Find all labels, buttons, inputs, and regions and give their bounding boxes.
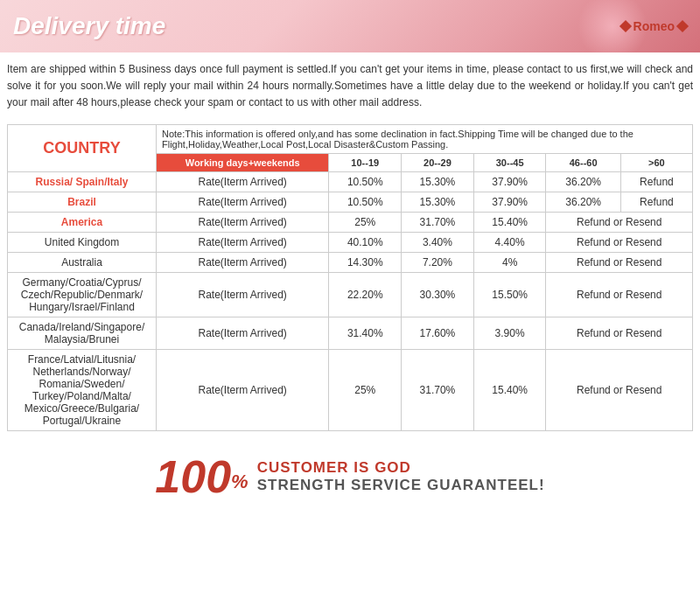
data-cell: 15.40% <box>473 349 546 430</box>
data-cell: 4.40% <box>473 232 546 252</box>
table-row: United Kingdom Rate(Iterm Arrived) 40.10… <box>8 232 693 252</box>
country-name: Russia/ Spain/Italy <box>8 171 157 192</box>
data-cell: 15.40% <box>473 212 546 232</box>
data-cell: Refund <box>620 192 692 212</box>
col4-header: 46--60 <box>546 153 620 171</box>
data-cell: Refund or Resend <box>546 232 693 252</box>
table-row: Canada/Ireland/Singapore/ Malaysia/Brune… <box>8 317 693 349</box>
data-cell: 15.50% <box>473 272 546 317</box>
data-cell: 31.70% <box>402 349 474 430</box>
country-name: France/Latvial/Litusnia/ Netherlands/Nor… <box>8 349 157 430</box>
data-cell: 15.30% <box>402 171 474 192</box>
table-container: COUNTRY Note:This information is offered… <box>0 121 700 438</box>
data-cell: Refund or Resend <box>546 349 693 430</box>
romeo-badge: Romeo <box>621 19 687 33</box>
description-text: Item are shipped within 5 Business days … <box>0 52 700 121</box>
header-title: Delivery time <box>13 12 165 40</box>
data-cell: 31.70% <box>402 212 474 232</box>
rate-cell: Rate(Iterm Arrived) <box>157 349 329 430</box>
working-days-header: Working days+weekends <box>157 153 329 171</box>
col2-header: 20--29 <box>402 153 474 171</box>
header: Delivery time Romeo <box>0 0 700 52</box>
data-cell: 14.30% <box>329 252 402 272</box>
data-cell: 25% <box>329 212 402 232</box>
footer-text: CUSTOMER IS GOD STRENGTH SERVICE GUARANT… <box>257 459 545 494</box>
col3-header: 30--45 <box>473 153 546 171</box>
data-cell: 25% <box>329 349 402 430</box>
data-cell: 36.20% <box>546 171 620 192</box>
footer-percent: % <box>231 471 248 492</box>
country-name: Brazil <box>8 192 157 212</box>
table-row: France/Latvial/Litusnia/ Netherlands/Nor… <box>8 349 693 430</box>
data-cell: 3.40% <box>402 232 474 252</box>
data-cell: 40.10% <box>329 232 402 252</box>
data-cell: 31.40% <box>329 317 402 349</box>
note-cell: Note:This information is offered only,an… <box>157 124 693 153</box>
data-cell: 36.20% <box>546 192 620 212</box>
table-row: Brazil Rate(Iterm Arrived) 10.50% 15.30%… <box>8 192 693 212</box>
rate-cell: Rate(Iterm Arrived) <box>157 192 329 212</box>
col1-header: 10--19 <box>329 153 402 171</box>
data-cell: 37.90% <box>473 192 546 212</box>
footer-line1: CUSTOMER IS GOD <box>257 459 545 477</box>
country-name: Australia <box>8 252 157 272</box>
data-cell: 37.90% <box>473 171 546 192</box>
diamond-left-icon <box>619 20 631 32</box>
romeo-label: Romeo <box>634 19 675 33</box>
country-name: Canada/Ireland/Singapore/ Malaysia/Brune… <box>8 317 157 349</box>
rate-cell: Rate(Iterm Arrived) <box>157 272 329 317</box>
footer-100: 100 <box>155 451 231 502</box>
country-name: Germany/Croatia/Cyprus/ Czech/Republic/D… <box>8 272 157 317</box>
table-row: Russia/ Spain/Italy Rate(Iterm Arrived) … <box>8 171 693 192</box>
rate-cell: Rate(Iterm Arrived) <box>157 212 329 232</box>
data-cell: 22.20% <box>329 272 402 317</box>
footer-line2: STRENGTH SERVICE GUARANTEEL! <box>257 477 545 494</box>
rate-cell: Rate(Iterm Arrived) <box>157 171 329 192</box>
country-name: America <box>8 212 157 232</box>
data-cell: Refund or Resend <box>546 212 693 232</box>
diamond-right-icon <box>676 20 689 32</box>
rate-cell: Rate(Iterm Arrived) <box>157 252 329 272</box>
delivery-table: COUNTRY Note:This information is offered… <box>7 124 693 431</box>
data-cell: 15.30% <box>402 192 474 212</box>
table-row: Germany/Croatia/Cyprus/ Czech/Republic/D… <box>8 272 693 317</box>
rate-cell: Rate(Iterm Arrived) <box>157 317 329 349</box>
country-name: United Kingdom <box>8 232 157 252</box>
data-cell: Refund <box>620 171 692 192</box>
country-header: COUNTRY <box>8 124 157 171</box>
data-cell: 10.50% <box>329 171 402 192</box>
data-cell: Refund or Resend <box>546 272 693 317</box>
footer-number-block: 100% <box>155 454 248 499</box>
data-cell: 7.20% <box>402 252 474 272</box>
col5-header: >60 <box>620 153 692 171</box>
header-row-1: COUNTRY Note:This information is offered… <box>8 124 693 153</box>
data-cell: 10.50% <box>329 192 402 212</box>
data-cell: 30.30% <box>402 272 474 317</box>
data-cell: 17.60% <box>402 317 474 349</box>
data-cell: 4% <box>473 252 546 272</box>
footer: 100% CUSTOMER IS GOD STRENGTH SERVICE GU… <box>0 438 700 508</box>
table-row: America Rate(Iterm Arrived) 25% 31.70% 1… <box>8 212 693 232</box>
data-cell: 3.90% <box>473 317 546 349</box>
table-row: Australia Rate(Iterm Arrived) 14.30% 7.2… <box>8 252 693 272</box>
footer-main: 100% CUSTOMER IS GOD STRENGTH SERVICE GU… <box>7 454 693 499</box>
data-cell: Refund or Resend <box>546 317 693 349</box>
rate-cell: Rate(Iterm Arrived) <box>157 232 329 252</box>
data-cell: Refund or Resend <box>546 252 693 272</box>
